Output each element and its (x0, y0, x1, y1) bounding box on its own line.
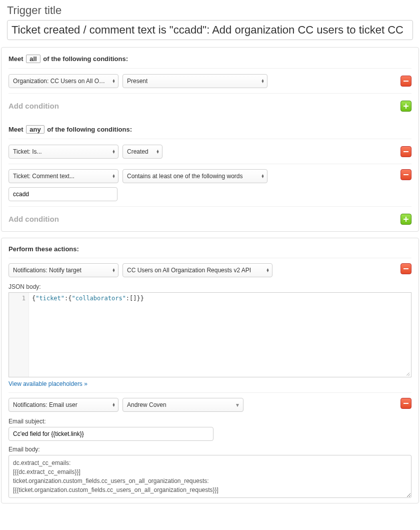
minus-icon (403, 266, 409, 272)
add-condition-row: Add condition (8, 93, 412, 118)
condition-field-label: Organization: CC Users on All Organizati… (13, 78, 107, 85)
remove-condition-button[interactable] (400, 76, 412, 87)
condition-operator-label: Created (127, 148, 148, 155)
updown-icon: ▲▼ (261, 79, 264, 83)
updown-icon: ▲▼ (112, 403, 116, 407)
minus-icon (403, 149, 409, 155)
add-condition-row: Add condition (8, 206, 412, 231)
view-placeholders-link[interactable]: View available placeholders » (8, 380, 412, 387)
action-row: Notifications: Email user ▲▼ Andrew Cove… (8, 392, 412, 503)
conditions-all-panel: Meet all of the following conditions: Or… (1, 47, 419, 232)
resize-handle-icon[interactable] (405, 371, 410, 376)
plus-icon (403, 216, 409, 222)
svg-rect-2 (404, 106, 408, 107)
action-field-select[interactable]: Notifications: Notify target ▲▼ (8, 263, 118, 277)
conditions-all-label: Meet all of the following conditions: (8, 55, 412, 63)
action-target-label: CC Users on All Organization Requests v2… (127, 267, 251, 274)
add-condition-label: Add condition (8, 215, 59, 223)
condition-operator-select[interactable]: Present ▲▼ (122, 74, 268, 88)
condition-field-label: Ticket: Is... (13, 148, 42, 155)
svg-rect-6 (404, 219, 408, 220)
json-body-label: JSON body: (8, 283, 412, 290)
condition-value-input[interactable] (8, 187, 118, 201)
email-body-label: Email body: (8, 446, 412, 453)
condition-row: Ticket: Comment text... ▲▼ Contains at l… (8, 164, 412, 206)
page-title: Trigger title (0, 0, 420, 20)
action-user-label: Andrew Coven (127, 401, 166, 408)
email-subject-label: Email subject: (8, 418, 412, 425)
trigger-title-input[interactable] (7, 20, 413, 40)
actions-panel: Perform these actions: Notifications: No… (1, 238, 419, 503)
remove-action-button[interactable] (400, 263, 412, 274)
json-body-editor[interactable]: 1 {"ticket":{"collaborators":[]}} (8, 292, 412, 377)
actions-heading: Perform these actions: (8, 245, 412, 253)
action-row: Notifications: Notify target ▲▼ CC Users… (8, 258, 412, 392)
updown-icon: ▲▼ (156, 150, 160, 154)
updown-icon: ▲▼ (112, 150, 116, 154)
minus-icon (403, 172, 409, 178)
conditions-any-post: of the following conditions: (47, 126, 132, 133)
condition-field-label: Ticket: Comment text... (13, 173, 74, 180)
action-user-select[interactable]: Andrew Coven ▼ (122, 398, 244, 412)
action-field-select[interactable]: Notifications: Email user ▲▼ (8, 398, 118, 412)
conditions-any-pre: Meet (8, 126, 24, 133)
conditions-all-post: of the following conditions: (43, 55, 128, 63)
updown-icon: ▲▼ (261, 174, 264, 178)
svg-rect-7 (404, 268, 408, 269)
svg-rect-4 (404, 174, 408, 175)
add-condition-label: Add condition (8, 102, 59, 110)
code-content[interactable]: {"ticket":{"collaborators":[]}} (29, 293, 411, 377)
conditions-any-label: Meet any of the following conditions: (8, 125, 412, 134)
plus-icon (403, 103, 409, 109)
remove-condition-button[interactable] (400, 169, 412, 180)
svg-rect-8 (404, 403, 408, 404)
add-condition-button[interactable] (400, 214, 412, 225)
chevron-down-icon: ▼ (235, 402, 240, 408)
svg-rect-3 (404, 151, 408, 152)
condition-field-select[interactable]: Ticket: Comment text... ▲▼ (8, 169, 118, 183)
conditions-any-boxed: any (26, 125, 44, 134)
minus-icon (403, 400, 409, 406)
add-condition-button[interactable] (400, 101, 412, 112)
condition-field-select[interactable]: Organization: CC Users on All Organizati… (8, 74, 118, 88)
conditions-all-boxed: all (26, 55, 40, 63)
remove-action-button[interactable] (400, 398, 412, 409)
action-field-label: Notifications: Notify target (13, 267, 82, 274)
condition-operator-label: Contains at least one of the following w… (127, 173, 242, 180)
updown-icon: ▲▼ (266, 268, 270, 272)
condition-operator-label: Present (127, 78, 148, 85)
code-gutter: 1 (9, 293, 29, 377)
updown-icon: ▲▼ (112, 174, 116, 178)
conditions-all-pre: Meet (8, 55, 24, 63)
email-body-textarea[interactable] (8, 455, 412, 498)
remove-condition-button[interactable] (400, 146, 412, 157)
updown-icon: ▲▼ (112, 79, 116, 83)
action-field-label: Notifications: Email user (13, 401, 78, 408)
action-target-select[interactable]: CC Users on All Organization Requests v2… (122, 263, 272, 277)
svg-rect-0 (404, 81, 408, 82)
condition-row: Ticket: Is... ▲▼ Created ▲▼ (8, 139, 412, 164)
condition-operator-select[interactable]: Contains at least one of the following w… (122, 169, 268, 183)
minus-icon (403, 78, 409, 84)
email-subject-input[interactable] (8, 427, 214, 441)
condition-field-select[interactable]: Ticket: Is... ▲▼ (8, 145, 118, 159)
condition-row: Organization: CC Users on All Organizati… (8, 68, 412, 93)
condition-operator-select[interactable]: Created ▲▼ (122, 145, 162, 159)
updown-icon: ▲▼ (112, 268, 116, 272)
